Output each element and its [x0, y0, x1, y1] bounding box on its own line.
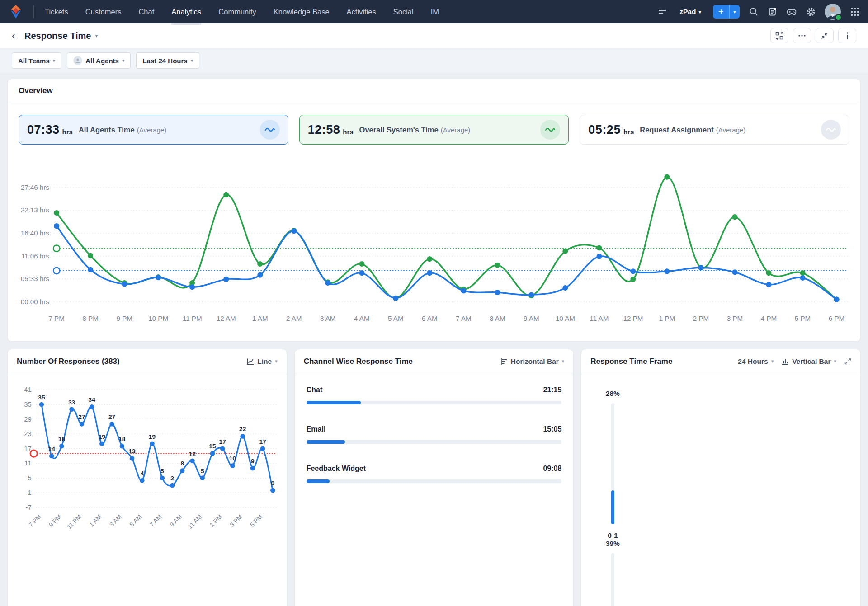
switch-view-button[interactable] [770, 28, 788, 43]
responses-panel: Number Of Responses (383) Line ▾ 4135292… [7, 349, 287, 606]
app-logo-icon[interactable] [8, 4, 24, 19]
apps-grid-icon[interactable] [850, 7, 860, 17]
svg-text:12 AM: 12 AM [217, 315, 236, 322]
metric-value: 05:25 [588, 123, 621, 137]
channel-row-email[interactable]: Email15:05 [307, 425, 562, 444]
games-icon[interactable] [787, 7, 797, 17]
user-avatar[interactable] [825, 4, 841, 20]
nav-more-icon[interactable] [658, 7, 668, 17]
svg-text:8 PM: 8 PM [82, 315, 98, 322]
svg-text:16:40 hrs: 16:40 hrs [21, 229, 50, 237]
filter-bar: All Teams ▾ All Agents ▾ Last 24 Hours ▾ [0, 48, 868, 73]
chevron-down-icon: ▾ [698, 9, 701, 14]
svg-text:22:13 hrs: 22:13 hrs [21, 206, 50, 214]
teams-filter[interactable]: All Teams ▾ [12, 52, 61, 69]
svg-text:5: 5 [201, 468, 204, 474]
nav-item-community[interactable]: Community [218, 0, 256, 25]
svg-text:1 AM: 1 AM [88, 513, 103, 528]
chevron-down-icon: ▾ [771, 359, 774, 364]
svg-text:11 PM: 11 PM [66, 513, 83, 531]
overview-title: Overview [8, 79, 860, 103]
plus-icon: + [713, 5, 729, 19]
timeframe-bars: 28%0-139%1-616%6-1211%12-247%24+ [581, 374, 860, 606]
nav-item-chat[interactable]: Chat [138, 0, 154, 25]
svg-text:9 AM: 9 AM [524, 315, 539, 322]
channel-label: Email [307, 425, 326, 433]
collapse-button[interactable] [816, 28, 834, 43]
overview-panel: Overview 07:33hrsAll Agents Time(Average… [7, 79, 861, 342]
metric-label: Request Assignment [640, 126, 714, 134]
timeframe-bar-1-6[interactable]: 39%1-6 [597, 540, 628, 606]
metric-card-request-assignment[interactable]: 05:25hrsRequest Assignment(Average) [580, 115, 849, 145]
channel-chart-type-dropdown[interactable]: Horizontal Bar ▾ [500, 357, 564, 366]
svg-text:2 AM: 2 AM [286, 315, 302, 322]
timeframe-track [611, 553, 614, 606]
workspace-dropdown[interactable]: zPad ▾ [677, 7, 704, 16]
responses-chart-type-dropdown[interactable]: Line ▾ [247, 357, 277, 366]
nav-item-tickets[interactable]: Tickets [45, 0, 68, 25]
svg-text:27:46 hrs: 27:46 hrs [21, 183, 50, 191]
channel-bar-track [307, 401, 562, 404]
timeframe-chart-type-dropdown[interactable]: Vertical Bar ▾ [782, 357, 836, 366]
svg-text:9 PM: 9 PM [47, 513, 62, 528]
svg-text:3 AM: 3 AM [108, 513, 123, 528]
timeframe-percent: 28% [606, 390, 620, 398]
reports-icon[interactable] [768, 7, 778, 17]
channel-row-chat[interactable]: Chat21:15 [307, 386, 562, 404]
add-button[interactable]: + ▾ [713, 5, 740, 19]
metric-card-all-agents-time[interactable]: 07:33hrsAll Agents Time(Average) [19, 115, 288, 145]
nav-item-analytics[interactable]: Analytics [171, 0, 201, 25]
svg-text:23: 23 [24, 430, 31, 437]
svg-text:7 AM: 7 AM [456, 315, 472, 322]
timeframe-bar-0-1[interactable]: 28%0-1 [597, 390, 628, 540]
svg-text:12 PM: 12 PM [623, 315, 643, 322]
channel-bar-fill [307, 401, 361, 404]
metric-label: Overall System's Time [359, 126, 439, 134]
chevron-down-icon: ▾ [275, 359, 278, 364]
channel-bar-track [307, 479, 562, 483]
time-range-filter[interactable]: Last 24 Hours ▾ [136, 52, 199, 69]
nav-menu: TicketsCustomersChatAnalyticsCommunityKn… [45, 0, 439, 23]
search-icon[interactable] [749, 7, 759, 17]
channel-label: Feedback Widget [307, 465, 366, 473]
svg-text:27: 27 [108, 413, 116, 420]
title-dropdown-icon[interactable]: ▾ [95, 33, 98, 39]
channel-panel-title: Channel Wise Response Time [304, 357, 413, 366]
timeframe-range-dropdown[interactable]: 24 Hours ▾ [738, 357, 774, 366]
channel-bar-fill [307, 440, 345, 444]
responses-panel-title: Number Of Responses (383) [17, 357, 120, 366]
svg-text:18: 18 [58, 436, 66, 442]
response-time-trend-chart[interactable]: 00:00 hrs05:33 hrs11:06 hrs16:40 hrs22:1… [8, 149, 860, 341]
channel-label: Chat [307, 386, 323, 394]
timeframe-category: 0-1 [608, 531, 618, 540]
line-chart-icon [247, 358, 254, 365]
metric-sublabel: (Average) [716, 126, 746, 134]
timeframe-panel-title: Response Time Frame [590, 357, 672, 366]
agent-avatar-icon [73, 56, 82, 65]
channel-bars: Chat21:15Email15:05Feedback Widget09:08 [307, 386, 562, 504]
nav-item-im[interactable]: IM [431, 0, 439, 25]
channel-row-feedback-widget[interactable]: Feedback Widget09:08 [307, 465, 562, 483]
nav-item-activities[interactable]: Activities [347, 0, 376, 25]
info-button[interactable] [838, 28, 856, 43]
more-options-button[interactable] [793, 28, 811, 43]
metric-card-overall-system-s-time[interactable]: 12:58hrsOverall System's Time(Average) [299, 115, 569, 145]
metric-unit: hrs [343, 128, 353, 136]
nav-item-social[interactable]: Social [393, 0, 414, 25]
channel-bar-fill [307, 479, 330, 483]
teams-filter-label: All Teams [18, 57, 50, 65]
expand-button[interactable] [844, 358, 851, 365]
nav-item-knowledge-base[interactable]: Knowledge Base [274, 0, 330, 25]
back-button[interactable]: ‹ [12, 30, 15, 41]
metric-value: 12:58 [308, 123, 340, 137]
svg-text:-1: -1 [26, 489, 32, 496]
metric-sublabel: (Average) [441, 126, 471, 134]
horizontal-bar-icon [500, 358, 508, 365]
agents-filter-label: All Agents [85, 57, 119, 65]
nav-item-customers[interactable]: Customers [85, 0, 122, 25]
agents-filter[interactable]: All Agents ▾ [67, 52, 131, 69]
svg-text:8 AM: 8 AM [490, 315, 505, 322]
settings-gear-icon[interactable] [806, 7, 816, 17]
svg-text:-7: -7 [26, 504, 32, 511]
responses-chart[interactable]: 4135292317115-1-735141833273419271813419… [12, 378, 282, 537]
